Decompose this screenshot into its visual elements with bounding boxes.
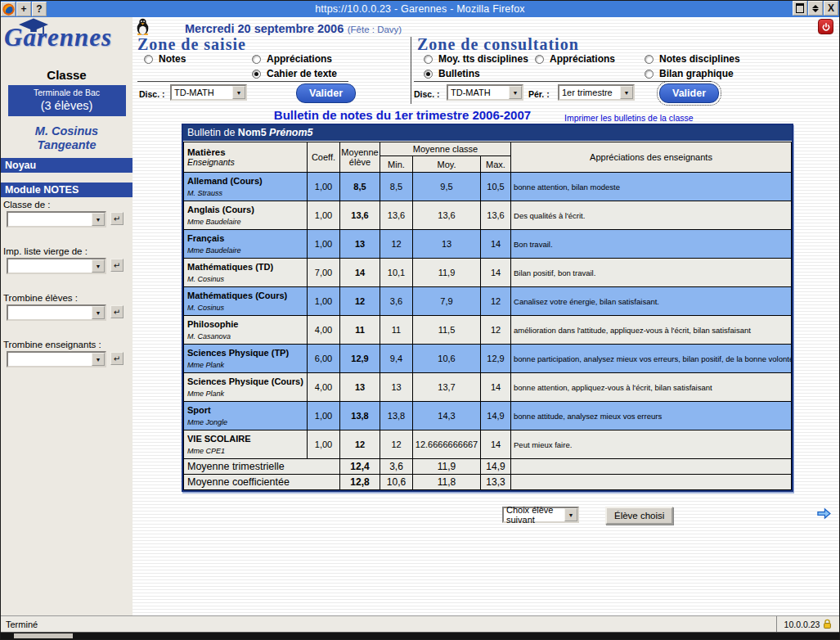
liste-vierge-submit-button[interactable]: ↵ bbox=[110, 259, 124, 272]
valider-saisie-button[interactable]: Valider bbox=[296, 83, 356, 103]
classe-de-select[interactable]: ▼ bbox=[7, 211, 106, 228]
radio-moy-tts-disciplines[interactable]: Moy. tts disciplines bbox=[424, 53, 528, 65]
radio-icon[interactable] bbox=[645, 55, 654, 64]
appreciation-cell: bonne attention, bilan modeste bbox=[511, 173, 792, 201]
sidebar-item-module-notes[interactable]: Module NOTES bbox=[1, 183, 133, 197]
max-cell: 12 bbox=[481, 287, 511, 316]
table-row: SportMme Jongle1,0013,813,814,314,9bonne… bbox=[184, 402, 792, 430]
chevron-down-icon[interactable]: ▼ bbox=[92, 353, 105, 366]
col-header-coeff: Coeff. bbox=[308, 142, 340, 173]
chevron-down-icon[interactable]: ▼ bbox=[232, 86, 245, 99]
table-row: Anglais (Cours)Mme Baudelaire1,0013,613,… bbox=[184, 201, 792, 230]
radio-bulletins[interactable]: Bulletins bbox=[424, 68, 480, 79]
next-page-arrow-icon[interactable] bbox=[817, 507, 831, 523]
valider-consultation-button[interactable]: Valider bbox=[659, 83, 719, 103]
close-icon: X bbox=[828, 2, 834, 14]
student-avg-cell: 13,6 bbox=[340, 201, 380, 230]
maximize-button[interactable] bbox=[793, 1, 807, 16]
max-cell: 13,6 bbox=[481, 201, 511, 230]
chevron-down-icon[interactable]: ▼ bbox=[92, 259, 105, 273]
classe-de-submit-button[interactable]: ↵ bbox=[110, 212, 124, 225]
maximize-icon bbox=[796, 3, 804, 13]
subject-cell: Mathématiques (Cours)M. Cosinus bbox=[184, 287, 308, 316]
class-box[interactable]: Terminale de Bac (3 élèves) bbox=[8, 85, 126, 116]
chevron-down-icon[interactable]: ▼ bbox=[620, 86, 633, 99]
resize-grip[interactable] bbox=[14, 633, 73, 638]
radio-icon[interactable] bbox=[252, 70, 261, 79]
status-bar: Terminé 10.0.0.23 bbox=[1, 615, 839, 633]
class-size: (3 élèves) bbox=[8, 99, 126, 112]
divider bbox=[137, 81, 348, 82]
appreciation-cell: Bon travail. bbox=[511, 230, 792, 259]
choix-eleve-select[interactable]: Choix élève suivant ▼ bbox=[502, 507, 579, 523]
summary-label-cell: Moyenne trimestrielle bbox=[184, 459, 340, 475]
chevron-down-icon[interactable]: ▼ bbox=[92, 213, 105, 226]
coeff-cell: 1,00 bbox=[308, 173, 340, 201]
shade-button[interactable] bbox=[808, 1, 823, 16]
radio-label: Cahier de texte bbox=[267, 68, 337, 79]
min-cell: 3,6 bbox=[380, 287, 413, 316]
teacher-name[interactable]: Tangeante bbox=[1, 138, 133, 152]
power-icon bbox=[821, 22, 831, 32]
appreciation-cell: bonne attitude, analysez mieux vos erreu… bbox=[511, 402, 792, 430]
radio-icon[interactable] bbox=[144, 55, 153, 64]
periode-select[interactable]: 1er trimestre ▼ bbox=[558, 84, 635, 101]
disc-select-consultation[interactable]: TD-MATH ▼ bbox=[447, 84, 523, 101]
table-row: Allemand (Cours)M. Strauss1,008,58,59,51… bbox=[184, 173, 792, 201]
subject-cell: SportMme Jongle bbox=[184, 402, 308, 430]
trombine-enseignants-select[interactable]: ▼ bbox=[7, 351, 106, 367]
print-bulletins-link[interactable]: Imprimer les bulletins de la classe bbox=[564, 113, 694, 123]
trombine-eleves-select[interactable]: ▼ bbox=[7, 304, 106, 321]
radio-appreciations-saisie[interactable]: Appréciations bbox=[252, 53, 332, 65]
title-prefix: Bulletin de bbox=[187, 127, 235, 138]
max-cell: 14 bbox=[481, 373, 511, 402]
subject-cell: FrançaisMme Baudelaire bbox=[184, 230, 308, 259]
radio-notes[interactable]: Notes bbox=[144, 53, 186, 65]
subject-cell: PhilosophieM. Casanova bbox=[184, 316, 308, 345]
chevron-down-icon[interactable]: ▼ bbox=[564, 508, 577, 521]
trombine-eleves-submit-button[interactable]: ↵ bbox=[110, 305, 124, 318]
radio-notes-disciplines[interactable]: Notes disciplines bbox=[645, 53, 740, 65]
eleve-choisi-button[interactable]: Élève choisi bbox=[605, 507, 673, 525]
sidebar-item-noyau[interactable]: Noyau bbox=[1, 158, 133, 173]
max-cell: 14,9 bbox=[481, 459, 511, 475]
col-header-moyenne-eleve: Moyenne élève bbox=[340, 142, 380, 173]
min-cell: 13,8 bbox=[380, 402, 413, 430]
subject-cell: Sciences Physique (TP)Mme Plank bbox=[184, 345, 308, 373]
summary-row: Moyenne coefficientée12,810,611,813,3 bbox=[184, 475, 792, 490]
coeff-cell: 6,00 bbox=[308, 345, 340, 373]
field-label-trombine-enseignants: Trombine enseignants : bbox=[1, 337, 133, 351]
table-row: VIE SCOLAIREMme CPE11,00121212.666666666… bbox=[184, 430, 792, 459]
date-line: Mercredi 20 septembre 2006 (Fête : Davy) bbox=[185, 21, 402, 36]
disc-select-saisie[interactable]: TD-MATH ▼ bbox=[170, 84, 247, 101]
student-firstname: Prénom5 bbox=[269, 127, 313, 138]
radio-icon[interactable] bbox=[645, 70, 654, 79]
radio-cahier-de-texte[interactable]: Cahier de texte bbox=[252, 68, 337, 79]
radio-bilan-graphique[interactable]: Bilan graphique bbox=[645, 68, 734, 79]
return-icon: ↵ bbox=[114, 308, 120, 317]
window-bottom-edge bbox=[1, 633, 839, 639]
subject-cell: Anglais (Cours)Mme Baudelaire bbox=[184, 201, 308, 230]
host-indicator: 10.0.0.23 bbox=[776, 616, 839, 632]
bulletin-table-title: Bulletin de Nom5 Prénom5 bbox=[183, 125, 792, 142]
trombine-enseignants-submit-button[interactable]: ↵ bbox=[110, 352, 124, 365]
student-avg-cell: 12,9 bbox=[340, 345, 380, 373]
liste-vierge-select[interactable]: ▼ bbox=[7, 258, 106, 274]
radio-appreciations-consultation[interactable]: Appréciations bbox=[535, 53, 615, 65]
radio-icon[interactable] bbox=[535, 55, 544, 64]
selected-value: 1er trimestre bbox=[562, 88, 613, 97]
radio-icon[interactable] bbox=[252, 55, 261, 64]
chevron-down-icon[interactable]: ▼ bbox=[509, 86, 522, 99]
appreciation-cell: bonne attention, appliquez-vous à l'écri… bbox=[511, 373, 792, 402]
return-icon: ↵ bbox=[114, 214, 120, 223]
periode-label: Pér. : bbox=[528, 89, 550, 99]
teacher-name[interactable]: M. Cosinus bbox=[1, 124, 133, 138]
student-lastname: Nom5 bbox=[238, 127, 267, 138]
selected-value: TD-MATH bbox=[174, 88, 214, 97]
radio-icon[interactable] bbox=[424, 55, 433, 64]
close-button[interactable]: X bbox=[824, 1, 838, 16]
radio-icon[interactable] bbox=[424, 70, 433, 79]
chevron-down-icon[interactable]: ▼ bbox=[92, 306, 105, 319]
logout-button[interactable] bbox=[818, 19, 833, 34]
zone-consultation-title: Zone de consultation bbox=[417, 35, 579, 54]
